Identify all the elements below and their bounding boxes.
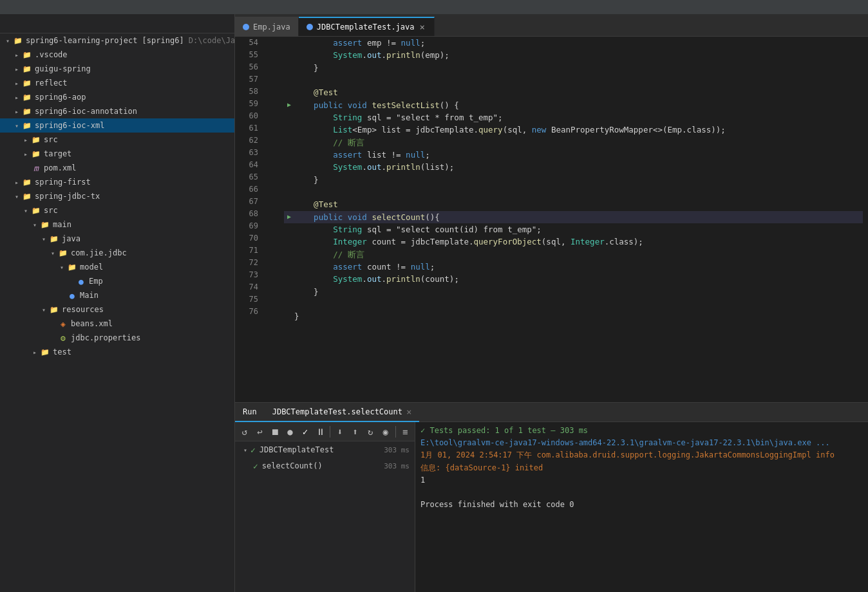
output-result-line: 1 — [420, 474, 863, 486]
code-line: System.out.println(list); — [284, 161, 863, 173]
line-number: 63 — [245, 147, 258, 159]
tree-item-label: test — [53, 347, 71, 356]
sidebar-item-vscode[interactable]: ▸📁.vscode — [0, 48, 234, 62]
line-number: 72 — [245, 257, 258, 269]
code-text: } — [294, 286, 319, 298]
pass-icon[interactable]: ✓ — [298, 424, 312, 439]
sidebar-item-reflect[interactable]: ▸📁reflect — [0, 76, 234, 90]
tab-close-icon[interactable]: × — [406, 407, 411, 417]
tab-emp-java[interactable]: Emp.java — [235, 17, 299, 36]
output-cmd-line: E:\tool\graalvm-ce-java17-windows-amd64-… — [420, 437, 863, 449]
line-number: 76 — [245, 306, 258, 318]
file-icon: 📁 — [22, 78, 32, 88]
file-icon: ◈ — [58, 319, 68, 329]
code-line: assert count != null; — [284, 261, 863, 273]
bottom-panel: RunJDBCTemplateTest.selectCount × ↺↩⏹●✓⏸… — [235, 402, 868, 592]
collapse-icon[interactable]: ⬆ — [348, 424, 363, 439]
line-number: 75 — [245, 293, 258, 306]
file-icon: 📁 — [22, 92, 32, 102]
line-number: 65 — [245, 171, 258, 183]
line-number: 56 — [245, 61, 258, 73]
sidebar-item-pom-xml[interactable]: mpom.xml — [0, 161, 234, 175]
coverage-icon[interactable]: ◉ — [379, 424, 393, 439]
tree-item-label: jdbc.properties — [71, 333, 140, 342]
sidebar-item-main[interactable]: ▾📁main — [0, 217, 234, 232]
bottom-tab-jdbc[interactable]: JDBCTemplateTest.selectCount × — [265, 403, 420, 422]
code-text: System.out.println(count); — [294, 273, 459, 285]
code-view[interactable]: 5455565758596061626364656667686970717273… — [235, 37, 868, 402]
file-icon: 📁 — [22, 120, 32, 131]
suite-name: JDBCTemplateTest — [259, 445, 379, 454]
file-icon: 📁 — [49, 234, 59, 244]
sidebar-item-spring-first[interactable]: ▸📁spring-first — [0, 175, 234, 189]
sidebar-item-spring6-aop[interactable]: ▸📁spring6-aop — [0, 90, 234, 104]
stop2-icon[interactable]: ⏹ — [268, 424, 282, 439]
code-text: assert list != null; — [294, 149, 430, 161]
refresh-icon[interactable]: ↻ — [363, 424, 377, 439]
output-panel[interactable]: ✓ Tests passed: 1 of 1 test – 303 msE:\t… — [415, 422, 868, 592]
code-line: String sql = "select * from t_emp"; — [284, 111, 863, 124]
run-tab-label: Run — [243, 407, 257, 416]
sidebar-item-jdbc-properties[interactable]: ⚙jdbc.properties — [0, 331, 234, 345]
sidebar-item-src2[interactable]: ▾📁src — [0, 203, 234, 217]
output-empty-line — [420, 486, 863, 499]
bottom-tab-run[interactable]: Run — [235, 403, 265, 422]
sidebar-item-spring6-ioc-annotation[interactable]: ▸📁spring6-ioc-annotation — [0, 104, 234, 118]
sidebar-item-model[interactable]: ▾📁model — [0, 260, 234, 274]
expand-icon[interactable]: ⬇ — [333, 424, 347, 439]
test-panel: ↺↩⏹●✓⏸⬇⬆↻◉≡ ▾ ✓ JDBCTemplateTest 303 ms … — [235, 422, 415, 592]
output-finish-line: Process finished with exit code 0 — [420, 499, 863, 511]
code-line: System.out.println(count); — [284, 273, 863, 285]
sidebar-item-spring-jdbc-tx[interactable]: ▾📁spring-jdbc-tx — [0, 189, 234, 203]
sidebar-item-target[interactable]: ▸📁target — [0, 147, 234, 161]
stop-icon[interactable]: ↩ — [253, 424, 267, 439]
line-number: 68 — [245, 208, 258, 220]
tree-item-label: main — [53, 220, 71, 229]
run-gutter-icon[interactable]: ▶ — [287, 212, 291, 222]
code-text: System.out.println(emp); — [294, 49, 449, 61]
sidebar-tree[interactable]: ▾📁spring6-learning-project [spring6] D:\… — [0, 33, 234, 592]
line-number: 62 — [245, 134, 258, 147]
tab-close-button[interactable]: × — [419, 23, 426, 32]
sidebar-item-src[interactable]: ▸📁src — [0, 133, 234, 147]
code-content[interactable]: assert emp != null; System.out.println(e… — [279, 37, 868, 402]
sidebar-item-Main[interactable]: ●Main — [0, 288, 234, 302]
record-icon[interactable]: ● — [283, 424, 297, 439]
arrow-icon: ▸ — [12, 64, 22, 74]
tab-jdbc-template-test[interactable]: JDBCTemplateTest.java× — [299, 17, 435, 36]
file-icon: 📁 — [22, 106, 32, 116]
sidebar-item-resources[interactable]: ▾📁resources — [0, 302, 234, 317]
code-line: } — [284, 286, 863, 298]
more-icon[interactable]: ≡ — [398, 424, 412, 439]
test-suite-item[interactable]: ▾ ✓ JDBCTemplateTest 303 ms — [235, 441, 415, 458]
sidebar-item-java[interactable]: ▾📁java — [0, 232, 234, 246]
toolbar-separator — [395, 426, 396, 438]
toolbar-separator — [330, 426, 330, 438]
sidebar-item-spring6-ioc-xml[interactable]: ▾📁spring6-ioc-xml — [0, 118, 234, 133]
file-icon: 📁 — [58, 248, 68, 258]
file-icon: 📁 — [22, 177, 32, 187]
sidebar-item-guigu-spring[interactable]: ▸📁guigu-spring — [0, 62, 234, 76]
code-text: @Test — [294, 198, 338, 210]
tree-item-label: java — [62, 234, 80, 243]
output-info-line2: 信息: {dataSource-1} inited — [420, 462, 863, 474]
run-gutter-icon[interactable]: ▶ — [287, 100, 291, 110]
tab-icon — [243, 24, 249, 30]
sidebar-item-root[interactable]: ▾📁spring6-learning-project [spring6] D:\… — [0, 33, 234, 48]
code-text: String sql = "select count(id) from t_em… — [294, 223, 542, 236]
tree-item-label: Main — [80, 291, 99, 300]
test-case-item[interactable]: ✓ selectCount() 303 ms — [235, 458, 415, 474]
rerun-icon[interactable]: ↺ — [238, 424, 252, 439]
pause-icon[interactable]: ⏸ — [314, 424, 328, 439]
code-text: assert count != null; — [294, 261, 435, 273]
tree-item-label: spring6-learning-project [spring6] D:\co… — [26, 36, 234, 45]
sidebar-item-beans-xml[interactable]: ◈beans.xml — [0, 317, 234, 331]
arrow-icon — [48, 333, 58, 343]
sidebar-item-Emp[interactable]: ●Emp — [0, 274, 234, 288]
sidebar: ▾📁spring6-learning-project [spring6] D:\… — [0, 14, 235, 592]
arrow-icon: ▾ — [57, 262, 67, 272]
sidebar-item-test[interactable]: ▸📁test — [0, 345, 234, 359]
sidebar-item-com-jie-jdbc[interactable]: ▾📁com.jie.jdbc — [0, 246, 234, 260]
test-check-icon: ✓ — [253, 461, 258, 471]
code-text: assert emp != null; — [294, 37, 425, 49]
